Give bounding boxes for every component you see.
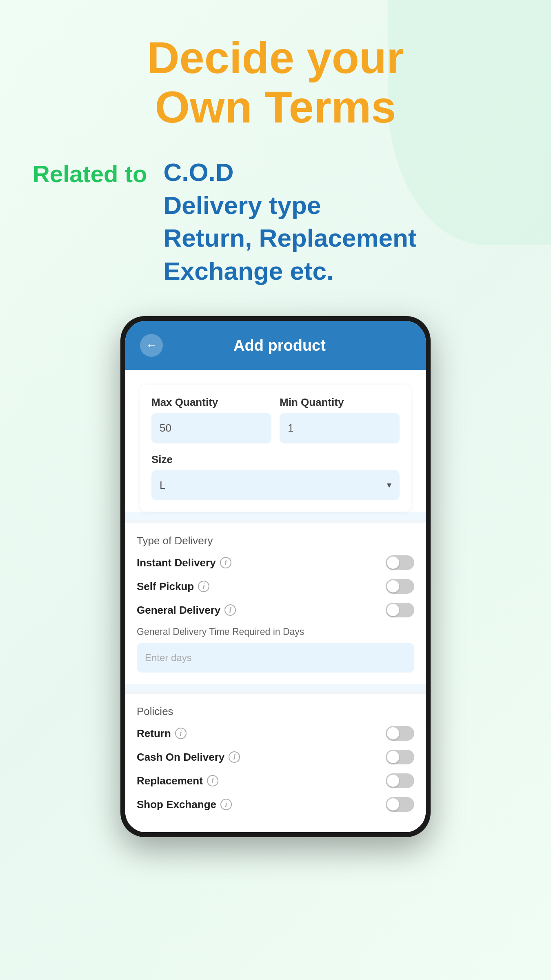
self-pickup-toggle[interactable]	[386, 579, 414, 594]
self-pickup-label: Self Pickup	[137, 580, 194, 593]
return-label-group: Return i	[137, 727, 187, 740]
size-group: Size L S M XL ▾	[151, 453, 400, 500]
replacement-label: Replacement	[137, 775, 203, 787]
divider-2	[125, 690, 426, 694]
general-delivery-info-icon[interactable]: i	[224, 604, 236, 616]
max-quantity-label: Max Quantity	[151, 396, 271, 409]
general-delivery-toggle[interactable]	[386, 603, 414, 617]
cod-label: Cash On Delivery	[137, 751, 224, 764]
size-select-wrapper: L S M XL ▾	[151, 470, 400, 500]
general-delivery-days-label: General Delivery Time Required in Days	[137, 626, 414, 637]
related-item-cod: C.O.D	[163, 156, 416, 189]
phone-inner: ← Add product Max Quantity	[125, 321, 426, 832]
instant-delivery-info-icon[interactable]: i	[220, 557, 231, 568]
related-list: C.O.D Delivery type Return, Replacement …	[163, 156, 416, 287]
app-content: Max Quantity Min Quantity Size	[125, 370, 426, 512]
size-label: Size	[151, 453, 400, 466]
general-delivery-label-group: General Delivery i	[137, 604, 236, 617]
related-item-return: Return, Replacement	[163, 222, 416, 255]
instant-delivery-label-group: Instant Delivery i	[137, 557, 231, 569]
shop-exchange-row: Shop Exchange i	[137, 797, 414, 812]
app-header-title: Add product	[171, 337, 388, 354]
max-quantity-group: Max Quantity	[151, 396, 271, 443]
cod-info-icon[interactable]: i	[229, 751, 240, 763]
delivery-section: Type of Delivery Instant Delivery i Self…	[125, 523, 426, 684]
return-row: Return i	[137, 726, 414, 741]
related-label: Related to	[33, 156, 147, 187]
cod-label-group: Cash On Delivery i	[137, 751, 240, 764]
hero-title: Decide your Own Terms	[122, 33, 429, 131]
shop-exchange-toggle[interactable]	[386, 797, 414, 812]
policies-section-label: Policies	[137, 705, 414, 718]
policies-section: Policies Return i Cash On Delivery	[125, 694, 426, 832]
self-pickup-label-group: Self Pickup i	[137, 580, 209, 593]
back-button[interactable]: ←	[140, 334, 163, 357]
shop-exchange-info-icon[interactable]: i	[220, 799, 232, 810]
self-pickup-row: Self Pickup i	[137, 579, 414, 594]
form-card: Max Quantity Min Quantity Size	[140, 385, 411, 512]
back-arrow-icon: ←	[146, 339, 157, 352]
max-quantity-input[interactable]	[151, 413, 271, 443]
app-header: ← Add product	[125, 321, 426, 370]
related-item-exchange: Exchange etc.	[163, 255, 416, 288]
cod-toggle[interactable]	[386, 750, 414, 764]
min-quantity-label: Min Quantity	[280, 396, 400, 409]
shop-exchange-label: Shop Exchange	[137, 798, 216, 811]
replacement-row: Replacement i	[137, 773, 414, 788]
general-delivery-label: General Delivery	[137, 604, 220, 617]
general-delivery-row: General Delivery i	[137, 603, 414, 617]
size-select[interactable]: L S M XL	[151, 470, 400, 500]
min-quantity-group: Min Quantity	[280, 396, 400, 443]
replacement-label-group: Replacement i	[137, 775, 218, 787]
min-quantity-input[interactable]	[280, 413, 400, 443]
instant-delivery-label: Instant Delivery	[137, 557, 216, 569]
divider-1	[125, 520, 426, 523]
days-input-placeholder[interactable]: Enter days	[137, 643, 414, 673]
replacement-toggle[interactable]	[386, 773, 414, 788]
related-item-delivery: Delivery type	[163, 189, 416, 222]
instant-delivery-row: Instant Delivery i	[137, 555, 414, 570]
return-toggle[interactable]	[386, 726, 414, 741]
related-section: Related to C.O.D Delivery type Return, R…	[0, 156, 551, 287]
phone-outer: ← Add product Max Quantity	[120, 316, 431, 837]
return-info-icon[interactable]: i	[175, 728, 187, 739]
quantity-row: Max Quantity Min Quantity	[151, 396, 400, 443]
shop-exchange-label-group: Shop Exchange i	[137, 798, 232, 811]
self-pickup-info-icon[interactable]: i	[198, 581, 209, 592]
cod-row: Cash On Delivery i	[137, 750, 414, 764]
phone-mockup: ← Add product Max Quantity	[0, 316, 551, 837]
return-label: Return	[137, 727, 171, 740]
delivery-section-label: Type of Delivery	[137, 535, 414, 547]
replacement-info-icon[interactable]: i	[207, 775, 218, 786]
instant-delivery-toggle[interactable]	[386, 555, 414, 570]
